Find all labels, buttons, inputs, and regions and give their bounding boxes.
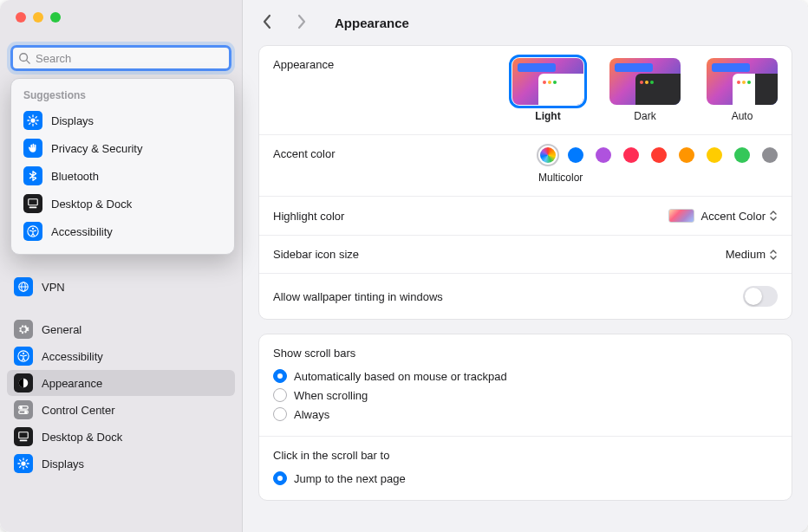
radio-label: Jump to the next page bbox=[294, 472, 406, 485]
search-icon bbox=[18, 52, 30, 64]
popup-arrows-icon bbox=[769, 210, 778, 222]
search-field[interactable] bbox=[10, 45, 231, 71]
svg-line-1 bbox=[27, 61, 30, 64]
radio-button[interactable] bbox=[273, 407, 287, 421]
radio-button[interactable] bbox=[273, 471, 287, 485]
accent-color-graphite[interactable] bbox=[762, 147, 778, 163]
accent-color-label: Accent color bbox=[273, 147, 336, 160]
dock-icon bbox=[14, 427, 33, 446]
appearance-icon bbox=[14, 373, 33, 393]
radio-option[interactable]: When scrolling bbox=[273, 386, 778, 405]
appearance-option-light[interactable] bbox=[512, 58, 583, 105]
suggestion-label: Desktop & Dock bbox=[51, 198, 132, 211]
wallpaper-tinting-toggle[interactable] bbox=[743, 286, 778, 307]
accent-color-yellow[interactable] bbox=[707, 147, 722, 163]
accent-color-red[interactable] bbox=[651, 147, 667, 163]
highlight-color-label: Highlight color bbox=[273, 210, 344, 223]
forward-button[interactable] bbox=[293, 10, 310, 36]
appearance-option-auto[interactable] bbox=[707, 58, 778, 105]
sidebar-item-accessibility[interactable]: Accessibility bbox=[7, 343, 235, 369]
suggestion-label: Accessibility bbox=[51, 225, 113, 238]
highlight-color-popup[interactable]: Accent Color bbox=[701, 210, 778, 223]
suggestion-label: Displays bbox=[51, 114, 94, 127]
show-scroll-bars-label: Show scroll bars bbox=[273, 347, 778, 360]
svg-line-33 bbox=[26, 466, 27, 467]
suggestion-accessibility[interactable]: Accessibility bbox=[11, 217, 234, 245]
sidebar-item-label: General bbox=[42, 323, 81, 336]
bluetooth-icon bbox=[23, 166, 42, 185]
accent-color-pink[interactable] bbox=[623, 147, 639, 163]
svg-line-35 bbox=[26, 460, 27, 461]
radio-option[interactable]: Automatically based on mouse or trackpad bbox=[273, 367, 778, 386]
svg-point-19 bbox=[23, 353, 24, 354]
svg-line-7 bbox=[29, 117, 30, 118]
toolbar: Appearance bbox=[243, 0, 808, 45]
accent-color-green[interactable] bbox=[734, 147, 750, 163]
suggestion-privacy-security[interactable]: Privacy & Security bbox=[11, 134, 234, 162]
suggestion-label: Privacy & Security bbox=[51, 142, 142, 155]
svg-line-9 bbox=[29, 123, 30, 124]
scroll-panel: Show scroll bars Automatically based on … bbox=[258, 334, 792, 501]
svg-point-27 bbox=[21, 461, 25, 465]
sidebar-icon-size-value: Medium bbox=[726, 248, 766, 261]
suggestion-label: Bluetooth bbox=[51, 170, 99, 183]
sidebar-item-general[interactable]: General bbox=[7, 316, 235, 342]
sidebar-item-label: Appearance bbox=[42, 377, 102, 390]
sun-icon bbox=[23, 111, 42, 130]
window-controls bbox=[0, 0, 242, 36]
radio-button[interactable] bbox=[273, 369, 287, 383]
suggestions-header: Suggestions bbox=[11, 86, 234, 107]
minimize-window-button[interactable] bbox=[33, 12, 43, 23]
accent-color-blue[interactable] bbox=[568, 147, 583, 163]
svg-rect-11 bbox=[29, 199, 38, 205]
appearance-option-label: Light bbox=[535, 110, 560, 122]
search-input[interactable] bbox=[30, 52, 224, 65]
gear-icon bbox=[14, 320, 33, 339]
suggestion-bluetooth[interactable]: Bluetooth bbox=[11, 162, 234, 190]
close-window-button[interactable] bbox=[16, 12, 26, 23]
accessibility-icon bbox=[23, 222, 42, 241]
svg-line-10 bbox=[36, 117, 36, 118]
zoom-window-button[interactable] bbox=[50, 12, 61, 23]
sidebar-item-displays[interactable]: Displays bbox=[7, 451, 235, 477]
radio-option[interactable]: Always bbox=[273, 405, 778, 424]
accent-color-multicolor[interactable] bbox=[540, 147, 556, 163]
svg-line-8 bbox=[36, 123, 36, 124]
globe-icon bbox=[14, 277, 33, 296]
wallpaper-tinting-label: Allow wallpaper tinting in windows bbox=[273, 290, 443, 303]
sidebar-item-label: Desktop & Dock bbox=[42, 431, 122, 444]
radio-label: Automatically based on mouse or trackpad bbox=[294, 370, 507, 383]
appearance-option-label: Dark bbox=[634, 110, 655, 122]
search-suggestions-popover: Suggestions DisplaysPrivacy & SecurityBl… bbox=[10, 78, 235, 255]
sidebar-item-vpn[interactable]: VPN bbox=[7, 274, 235, 300]
radio-button[interactable] bbox=[273, 388, 287, 402]
suggestion-desktop-dock[interactable]: Desktop & Dock bbox=[11, 190, 234, 217]
sidebar-item-control-center[interactable]: Control Center bbox=[7, 397, 235, 423]
svg-point-2 bbox=[30, 118, 35, 122]
appearance-option-label: Auto bbox=[732, 110, 753, 122]
accent-color-purple[interactable] bbox=[596, 147, 611, 163]
radio-option[interactable]: Jump to the next page bbox=[273, 469, 778, 488]
accent-selected-label: Multicolor bbox=[538, 172, 583, 184]
page-title: Appearance bbox=[335, 16, 409, 30]
svg-line-32 bbox=[20, 460, 21, 461]
sidebar-item-appearance[interactable]: Appearance bbox=[7, 370, 235, 396]
radio-label: Always bbox=[294, 408, 329, 421]
highlight-color-swatch bbox=[668, 209, 694, 223]
svg-line-34 bbox=[20, 466, 21, 467]
appearance-label: Appearance bbox=[273, 58, 334, 71]
sidebar-icon-size-popup[interactable]: Medium bbox=[726, 248, 778, 261]
suggestion-displays[interactable]: Displays bbox=[11, 107, 234, 134]
svg-rect-26 bbox=[20, 440, 28, 442]
appearance-option-dark[interactable] bbox=[609, 58, 681, 105]
sidebar-item-label: Control Center bbox=[42, 404, 115, 417]
back-button[interactable] bbox=[258, 10, 276, 36]
accessibility-icon bbox=[14, 347, 33, 366]
radio-label: When scrolling bbox=[294, 389, 368, 402]
sidebar-icon-size-label: Sidebar icon size bbox=[273, 248, 359, 261]
svg-rect-12 bbox=[29, 207, 37, 209]
svg-rect-25 bbox=[19, 432, 29, 438]
appearance-panel: Appearance LightDarkAuto Accent color Mu… bbox=[258, 45, 792, 320]
sidebar-item-desktop-dock[interactable]: Desktop & Dock bbox=[7, 424, 235, 450]
accent-color-orange[interactable] bbox=[679, 147, 694, 163]
